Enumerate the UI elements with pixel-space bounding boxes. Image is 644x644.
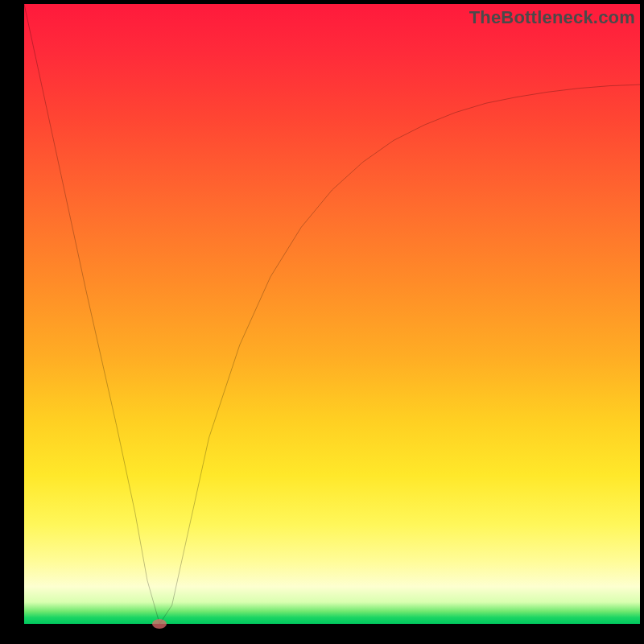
min-point-marker	[152, 619, 167, 629]
watermark-text: TheBottleneck.com	[469, 7, 635, 28]
chart-frame: TheBottleneck.com	[0, 0, 644, 644]
bottleneck-curve	[24, 4, 640, 624]
plot-area: TheBottleneck.com	[24, 4, 640, 624]
